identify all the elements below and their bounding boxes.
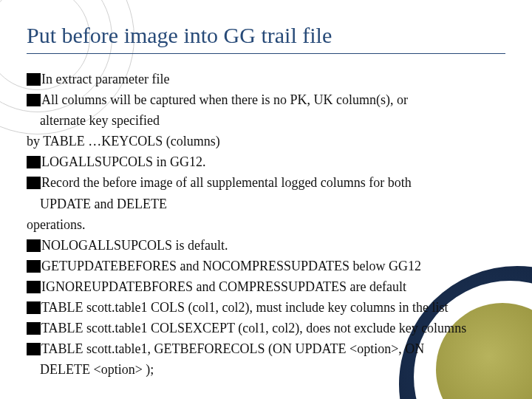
bullet-text: alternate key specified — [40, 113, 160, 128]
bullet-text: NOLOGALLSUPCOLS is default. — [41, 238, 228, 253]
bullet-text: All columns will be captured when there … — [41, 92, 408, 107]
bullet-text: operations. — [27, 217, 85, 232]
bullet-text: TABLE scott.table1 COLSEXCEPT (col1, col… — [41, 321, 466, 335]
bullet-glyph-icon — [27, 281, 41, 293]
bullet-item: GETUPDATEBEFORES and NOCOMPRESSUPDATES b… — [27, 256, 505, 276]
bullet-text: IGNOREUPDATEBFORES and COMPRESSUPDATES a… — [41, 279, 406, 294]
bullet-text: by TABLE …KEYCOLS (columns) — [27, 134, 220, 149]
bullet-glyph-icon — [27, 322, 41, 335]
slide-title: Put before image into GG trail file — [27, 22, 505, 54]
bullet-glyph-icon — [27, 239, 41, 252]
slide: Put before image into GG trail file In e… — [0, 0, 532, 399]
bullet-item: LOGALLSUPCOLS in GG12. — [27, 152, 505, 171]
bullet-text: TABLE scott.table1, GETBEFORECOLS (ON UP… — [41, 341, 424, 356]
bullet-glyph-icon — [27, 73, 41, 86]
bullet-continuation: DELETE <option> ); — [40, 360, 505, 379]
bullet-glyph-icon — [27, 260, 41, 273]
bullet-glyph-icon — [27, 177, 41, 189]
bullet-item: All columns will be captured when there … — [27, 90, 505, 109]
bullet-item: In extract parameter file — [27, 69, 505, 89]
bullet-glyph-icon — [27, 94, 41, 106]
bullet-text: LOGALLSUPCOLS in GG12. — [41, 154, 206, 169]
bullet-item: NOLOGALLSUPCOLS is default. — [27, 236, 505, 255]
bullet-text: GETUPDATEBEFORES and NOCOMPRESSUPDATES b… — [41, 259, 421, 273]
bullet-text: DELETE <option> ); — [40, 362, 154, 377]
bullet-text: UPDATE and DELETE — [40, 197, 167, 211]
bullet-continuation: UPDATE and DELETE — [40, 194, 505, 214]
bullet-item: TABLE scott.table1, GETBEFORECOLS (ON UP… — [27, 339, 505, 358]
bullet-item: Record the before image of all supplemen… — [27, 173, 505, 192]
bullet-text: TABLE scott.table1 COLS (col1, col2), mu… — [41, 300, 448, 315]
bullet-item: TABLE scott.table1 COLSEXCEPT (col1, col… — [27, 318, 505, 338]
bullet-item: IGNOREUPDATEBFORES and COMPRESSUPDATES a… — [27, 277, 505, 296]
bullet-glyph-icon — [27, 301, 41, 314]
bullet-glyph-icon — [27, 343, 41, 355]
slide-title-text: Put before image into GG trail file — [27, 23, 332, 47]
bullet-text: Record the before image of all supplemen… — [41, 175, 412, 190]
bullet-glyph-icon — [27, 156, 41, 168]
bullet-continuation: alternate key specified — [40, 111, 505, 130]
bullet-plain-line: operations. — [27, 215, 505, 234]
title-underline — [27, 53, 505, 54]
bullet-text: In extract parameter file — [41, 72, 169, 86]
bullet-item: TABLE scott.table1 COLS (col1, col2), mu… — [27, 298, 505, 317]
bullet-plain-line: by TABLE …KEYCOLS (columns) — [27, 132, 505, 151]
slide-body: In extract parameter file All columns wi… — [27, 69, 505, 381]
